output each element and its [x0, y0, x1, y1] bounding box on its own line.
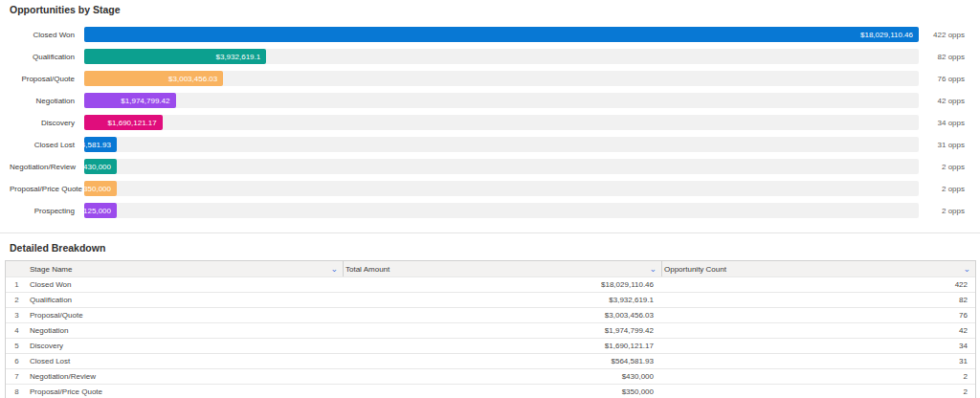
- bar-value-label: $564,581.93: [84, 141, 111, 149]
- bar-value-label: $1,690,121.17: [108, 119, 157, 127]
- total-amount-cell: $1,974,799.42: [343, 326, 661, 335]
- table-row[interactable]: 2Qualification$3,932,619.182: [6, 292, 975, 307]
- opps-count-label: 82 opps: [928, 53, 965, 61]
- stage-bar[interactable]: $350,000: [84, 181, 117, 196]
- bar-track: $3,003,456.03: [84, 71, 919, 86]
- breakdown-table: Stage Name ⌄ Total Amount ⌄ Opportunity …: [5, 260, 976, 398]
- bar-track: $18,029,110.46: [84, 27, 919, 42]
- table-row[interactable]: 3Proposal/Quote$3,003,456.0376: [6, 307, 975, 322]
- opportunity-count-column-header[interactable]: Opportunity Count ⌄: [661, 261, 975, 276]
- opportunity-count-cell: 2: [661, 372, 975, 381]
- stage-name-cell: Qualification: [28, 296, 343, 304]
- table-body: 1Closed Won$18,029,110.464222Qualificati…: [6, 276, 975, 398]
- stage-name-cell: Negotiation: [28, 326, 343, 335]
- bar-value-label: $3,003,456.03: [168, 75, 217, 83]
- stage-bar[interactable]: $125,000: [84, 203, 117, 218]
- chart-rows: Closed Won$18,029,110.46422 oppsQualific…: [0, 27, 980, 218]
- chevron-down-icon[interactable]: ⌄: [330, 265, 338, 273]
- row-number-cell: 6: [6, 357, 28, 365]
- stage-label: Closed Lost: [10, 141, 75, 149]
- opps-count-label: 31 opps: [928, 141, 965, 149]
- table-row[interactable]: 8Proposal/Price Quote$350,0002: [6, 384, 975, 398]
- table-header-row: Stage Name ⌄ Total Amount ⌄ Opportunity …: [6, 261, 975, 276]
- total-amount-cell: $430,000: [343, 372, 661, 381]
- stage-label: Closed Won: [10, 31, 75, 39]
- bar-value-label: $18,029,110.46: [860, 31, 913, 39]
- opportunity-count-cell: 2: [661, 387, 975, 396]
- total-amount-cell: $350,000: [343, 387, 661, 396]
- opps-count-label: 422 opps: [928, 31, 965, 39]
- table-row[interactable]: 7Negotiation/Review$430,0002: [6, 368, 975, 384]
- total-amount-column-label: Total Amount: [345, 265, 390, 274]
- dashboard-page: Opportunities by Stage Closed Won$18,029…: [0, 0, 980, 398]
- stage-name-column-label: Stage Name: [30, 265, 72, 274]
- table-row[interactable]: 4Negotiation$1,974,799.4242: [6, 322, 975, 338]
- opportunity-count-cell: 42: [661, 326, 975, 335]
- chart-row: Proposal/Quote$3,003,456.0376 opps: [10, 71, 980, 86]
- stage-label: Proposal/Price Quote: [10, 185, 75, 193]
- total-amount-cell: $3,932,619.1: [343, 296, 661, 304]
- bar-value-label: $3,932,619.1: [215, 53, 260, 61]
- opps-count-label: 34 opps: [928, 119, 965, 127]
- chevron-down-icon[interactable]: ⌄: [963, 265, 970, 273]
- total-amount-cell: $1,690,121.17: [343, 342, 661, 350]
- opportunity-count-cell: 31: [661, 357, 975, 365]
- table-row[interactable]: 5Discovery$1,690,121.1734: [6, 338, 975, 353]
- bar-value-label: $430,000: [84, 163, 111, 171]
- table-row[interactable]: 1Closed Won$18,029,110.46422: [6, 276, 975, 292]
- stage-name-cell: Closed Won: [28, 280, 343, 289]
- bar-track: $1,974,799.42: [84, 93, 919, 108]
- row-number-cell: 3: [6, 311, 28, 320]
- total-amount-cell: $3,003,456.03: [343, 311, 661, 320]
- stage-label: Negotiation: [10, 97, 75, 105]
- breakdown-title: Detailed Breakdown: [10, 242, 980, 254]
- opportunities-chart-section: Opportunities by Stage Closed Won$18,029…: [0, 0, 980, 218]
- stage-name-cell: Proposal/Quote: [28, 311, 343, 320]
- table-row[interactable]: 6Closed Lost$564,581.9331: [6, 353, 975, 368]
- opportunity-count-column-label: Opportunity Count: [664, 265, 726, 274]
- opps-count-label: 76 opps: [928, 75, 965, 83]
- opps-count-label: 42 opps: [928, 97, 965, 105]
- stage-bar[interactable]: $1,690,121.17: [84, 115, 163, 130]
- total-amount-cell: $564,581.93: [343, 357, 661, 365]
- row-number-column-header: [6, 261, 28, 276]
- stage-name-column-header[interactable]: Stage Name ⌄: [28, 261, 343, 276]
- chart-row: Qualification$3,932,619.182 opps: [10, 49, 980, 64]
- chart-row: Negotiation/Review$430,0002 opps: [10, 159, 980, 174]
- row-number-cell: 4: [6, 326, 28, 335]
- stage-name-cell: Closed Lost: [28, 357, 343, 365]
- bar-value-label: $1,974,799.42: [121, 97, 169, 105]
- chart-row: Negotiation$1,974,799.4242 opps: [10, 93, 980, 108]
- stage-bar[interactable]: $18,029,110.46: [84, 27, 919, 42]
- detailed-breakdown-section: Detailed Breakdown Stage Name ⌄ Total Am…: [0, 242, 980, 398]
- opportunity-count-cell: 422: [661, 280, 975, 289]
- stage-bar[interactable]: $3,003,456.03: [84, 71, 223, 86]
- opportunity-count-cell: 82: [661, 296, 975, 304]
- chart-row: Prospecting$125,0002 opps: [10, 203, 980, 218]
- bar-track: $350,000: [84, 181, 919, 196]
- opportunity-count-cell: 76: [661, 311, 975, 320]
- stage-label: Prospecting: [10, 207, 75, 215]
- stage-label: Negotiation/Review: [10, 163, 75, 171]
- stage-label: Qualification: [10, 53, 75, 61]
- stage-bar[interactable]: $3,932,619.1: [84, 49, 266, 64]
- bar-track: $125,000: [84, 203, 919, 218]
- bar-track: $564,581.93: [84, 137, 919, 152]
- stage-name-cell: Negotiation/Review: [28, 372, 343, 381]
- stage-name-cell: Proposal/Price Quote: [28, 387, 343, 396]
- total-amount-column-header[interactable]: Total Amount ⌄: [343, 261, 661, 276]
- stage-bar[interactable]: $1,974,799.42: [84, 93, 176, 108]
- stage-bar[interactable]: $430,000: [84, 159, 117, 174]
- chart-row: Proposal/Price Quote$350,0002 opps: [10, 181, 980, 196]
- bar-track: $1,690,121.17: [84, 115, 919, 130]
- opps-count-label: 2 opps: [928, 185, 965, 193]
- chevron-down-icon[interactable]: ⌄: [649, 265, 657, 273]
- stage-bar[interactable]: $564,581.93: [84, 137, 117, 152]
- chart-row: Discovery$1,690,121.1734 opps: [10, 115, 980, 130]
- stage-label: Discovery: [10, 119, 75, 127]
- opps-count-label: 2 opps: [928, 163, 965, 171]
- bar-track: $3,932,619.1: [84, 49, 919, 64]
- row-number-cell: 7: [6, 372, 28, 381]
- chart-row: Closed Lost$564,581.9331 opps: [10, 137, 980, 152]
- bar-track: $430,000: [84, 159, 919, 174]
